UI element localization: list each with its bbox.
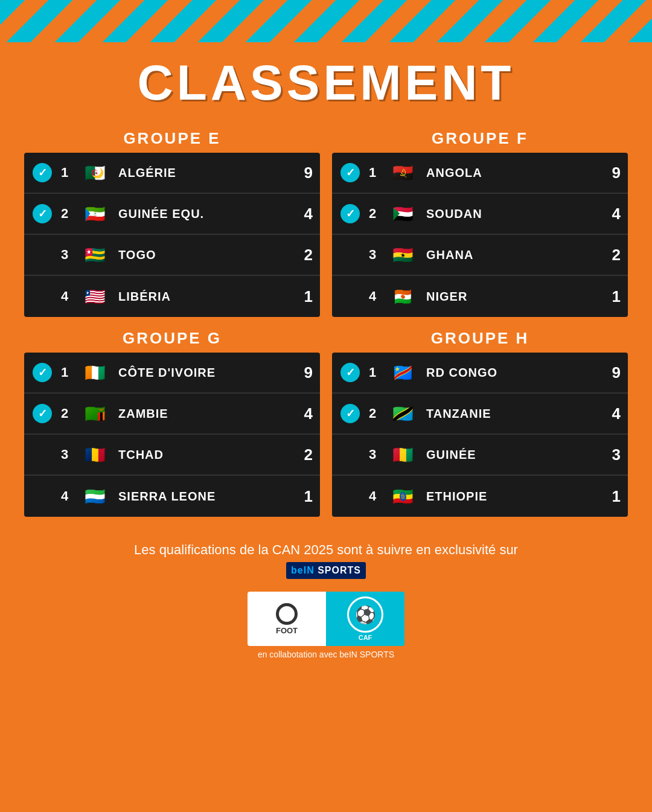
team-flag: 🇬🇳 [388, 444, 418, 465]
groupe-e: GROUPE E✓1🇩🇿ALGÉRIE9✓2🇬🇶GUINÉE EQU.43🇹🇬T… [24, 129, 320, 317]
team-points: 2 [295, 446, 313, 464]
team-name: SOUDAN [426, 207, 602, 221]
team-rank: 4 [363, 289, 382, 304]
team-points: 2 [602, 246, 621, 264]
team-rank: 2 [363, 206, 382, 222]
bein-badge: beIN SPORTS [286, 562, 366, 579]
team-points: 3 [602, 446, 621, 464]
qualified-indicator: ✓ [339, 204, 361, 223]
qualified-indicator: ✓ [339, 163, 361, 182]
team-name: GUINÉE [426, 448, 602, 462]
team-row: 3🇹🇩TCHAD2 [24, 435, 320, 476]
team-points: 4 [602, 205, 621, 223]
team-name: ANGOLA [426, 166, 602, 180]
team-name: GHANA [426, 248, 602, 262]
team-row: 4🇳🇪NIGER1 [332, 276, 628, 317]
team-flag: 🇨🇮 [80, 362, 110, 383]
logo-afoot: FOOT [248, 592, 326, 646]
main-title: CLASSEMENT [0, 42, 652, 117]
team-row: ✓1🇨🇮CÔTE D'IVOIRE9 [24, 353, 320, 394]
team-row: ✓2🇬🇶GUINÉE EQU.4 [24, 194, 320, 235]
qualified-indicator: ✓ [339, 363, 361, 382]
team-name: ETHIOPIE [426, 490, 602, 504]
team-name: SIERRA LEONE [118, 490, 295, 504]
team-rank: 3 [56, 247, 74, 263]
groupe-f-table: ✓1🇦🇴ANGOLA9✓2🇸🇩SOUDAN43🇬🇭GHANA24🇳🇪NIGER1 [332, 153, 628, 317]
team-points: 4 [295, 404, 313, 423]
team-flag: 🇪🇹 [388, 486, 418, 507]
qualified-indicator: ✓ [31, 363, 53, 382]
groupe-h: GROUPE H✓1🇨🇩RD CONGO9✓2🇹🇿TANZANIE43🇬🇳GUI… [332, 329, 628, 517]
team-points: 9 [295, 164, 313, 182]
team-row: 3🇹🇬TOGO2 [24, 235, 320, 276]
team-row: 4🇪🇹ETHIOPIE1 [332, 476, 628, 517]
team-flag: 🇹🇿 [388, 403, 418, 424]
check-icon: ✓ [340, 163, 360, 182]
team-rank: 1 [56, 365, 74, 380]
team-flag: 🇨🇩 [388, 362, 418, 383]
qualified-indicator: ✓ [31, 204, 53, 223]
team-row: 4🇸🇱SIERRA LEONE1 [24, 476, 320, 517]
check-icon: ✓ [33, 404, 52, 423]
team-flag: 🇹🇬 [80, 245, 110, 265]
team-row: ✓1🇦🇴ANGOLA9 [332, 153, 628, 194]
team-points: 1 [602, 487, 621, 506]
team-row: ✓2🇿🇲ZAMBIE4 [24, 394, 320, 435]
team-rank: 3 [363, 447, 382, 462]
team-rank: 4 [363, 488, 382, 504]
qualified-indicator: ✓ [339, 404, 361, 423]
team-points: 2 [295, 246, 313, 264]
team-flag: 🇸🇩 [388, 203, 418, 224]
footer-text: Les qualifications de la CAN 2025 sont à… [134, 542, 518, 557]
team-name: TOGO [118, 248, 295, 262]
team-flag: 🇦🇴 [388, 162, 418, 183]
team-name: NIGER [426, 290, 602, 304]
caf-label: CAF [359, 634, 372, 641]
team-name: CÔTE D'IVOIRE [118, 366, 295, 380]
afoot-circle [276, 603, 298, 625]
team-rank: 3 [56, 447, 74, 462]
collab-text: en collabotation avec beIN SPORTS [0, 650, 652, 667]
team-rank: 2 [56, 206, 74, 222]
check-icon: ✓ [340, 404, 360, 423]
groups-container: GROUPE E✓1🇩🇿ALGÉRIE9✓2🇬🇶GUINÉE EQU.43🇹🇬T… [0, 117, 652, 529]
team-rank: 4 [56, 488, 74, 504]
team-rank: 3 [363, 247, 382, 263]
team-row: ✓2🇸🇩SOUDAN4 [332, 194, 628, 235]
groupe-g: GROUPE G✓1🇨🇮CÔTE D'IVOIRE9✓2🇿🇲ZAMBIE43🇹🇩… [24, 329, 320, 517]
team-name: LIBÉRIA [118, 290, 295, 304]
groupe-e-title: GROUPE E [24, 129, 320, 148]
team-rank: 1 [363, 165, 382, 181]
team-flag: 🇳🇪 [388, 286, 418, 307]
team-row: ✓1🇩🇿ALGÉRIE9 [24, 153, 320, 194]
team-flag: 🇱🇷 [80, 286, 110, 307]
team-row: 4🇱🇷LIBÉRIA1 [24, 276, 320, 317]
team-row: 3🇬🇭GHANA2 [332, 235, 628, 276]
groupe-g-title: GROUPE G [24, 329, 320, 348]
team-name: ZAMBIE [118, 407, 295, 421]
check-icon: ✓ [33, 163, 52, 182]
team-name: GUINÉE EQU. [118, 207, 295, 221]
team-points: 1 [295, 287, 313, 306]
team-name: TANZANIE [426, 407, 602, 421]
caf-circle: ⚽ [347, 596, 383, 633]
team-name: TCHAD [118, 448, 295, 462]
team-rank: 1 [363, 365, 382, 380]
logos-row: FOOT ⚽ CAF [0, 592, 652, 646]
team-row: 3🇬🇳GUINÉE3 [332, 435, 628, 476]
logo-caf: ⚽ CAF [326, 592, 404, 646]
team-flag: 🇩🇿 [80, 162, 110, 183]
check-icon: ✓ [33, 363, 52, 382]
qualified-indicator: ✓ [31, 163, 53, 182]
groupe-g-table: ✓1🇨🇮CÔTE D'IVOIRE9✓2🇿🇲ZAMBIE43🇹🇩TCHAD24🇸… [24, 353, 320, 517]
groupe-h-title: GROUPE H [332, 329, 628, 348]
groupe-e-table: ✓1🇩🇿ALGÉRIE9✓2🇬🇶GUINÉE EQU.43🇹🇬TOGO24🇱🇷L… [24, 153, 320, 317]
footer-section: Les qualifications de la CAN 2025 sont à… [0, 529, 652, 586]
team-row: ✓2🇹🇿TANZANIE4 [332, 394, 628, 435]
team-flag: 🇿🇲 [80, 403, 110, 424]
check-icon: ✓ [33, 204, 52, 223]
header-stripes [0, 0, 652, 42]
team-rank: 2 [56, 406, 74, 421]
team-name: RD CONGO [426, 366, 602, 380]
team-flag: 🇸🇱 [80, 486, 110, 507]
